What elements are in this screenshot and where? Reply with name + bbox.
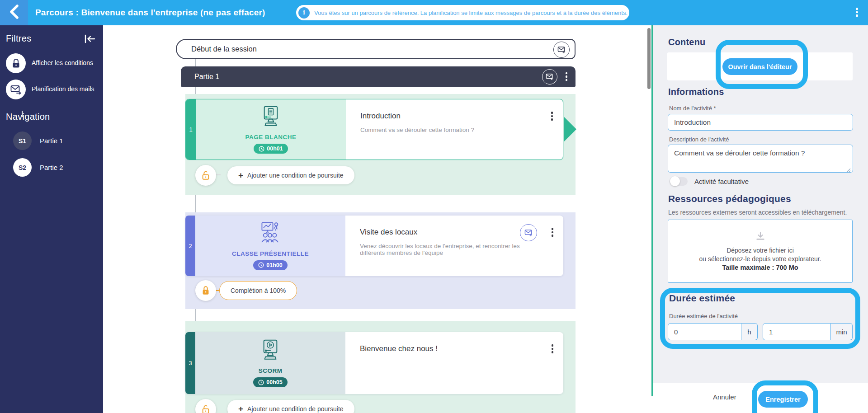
info-circle-icon: i [298, 7, 310, 19]
activity-type-label: CLASSE PRÉSENTIELLE [232, 250, 309, 257]
monitor-document-icon [258, 105, 284, 131]
dropzone-text: ou sélectionnez-le depuis votre explorat… [699, 255, 821, 263]
selected-activity-arrow [564, 117, 576, 141]
minutes-unit-addon: min [831, 323, 853, 340]
lock-condition-icon[interactable] [195, 280, 216, 301]
duration-section-title: Durée estimée [669, 293, 735, 304]
banner-text: Vous êtes sur un parcours de référence. … [314, 9, 627, 16]
cancel-button[interactable]: Annuler [713, 393, 736, 401]
sidebar-item-partie-1[interactable]: S1 Partie 1 [0, 129, 103, 152]
duration-badge: 00h01 [254, 144, 288, 154]
activity-type-label: PAGE BLANCHE [245, 134, 296, 141]
condition-label: Ajouter une condition de poursuite [247, 405, 343, 413]
mail-send-icon [6, 80, 26, 99]
panel-footer: Annuler Enregistrer [653, 383, 868, 413]
filters-title: Filtres [6, 33, 32, 44]
section-header-partie-1[interactable]: Partie 1 [181, 66, 576, 87]
section-title: Partie 1 [181, 73, 219, 81]
page-title: Parcours : Bienvenue dans l'entreprise (… [35, 0, 265, 25]
plus-icon: + [238, 404, 243, 413]
activity-properties-panel: Contenu Ouvrir dans l'éditeur Informatio… [653, 25, 868, 413]
activity-description-label: Description de l'activité [669, 136, 729, 143]
duration-badge: 01h00 [253, 260, 287, 270]
collapse-sidebar-icon[interactable] [84, 34, 96, 44]
save-button[interactable]: Enregistrer [758, 391, 808, 408]
mail-plus-icon[interactable] [553, 42, 570, 58]
topbar-kebab-menu[interactable] [856, 8, 858, 17]
canvas-panel-divider [651, 25, 653, 396]
activity-kebab-menu[interactable] [552, 228, 554, 237]
section-label: Partie 1 [40, 137, 63, 145]
sidebar-item-partie-2[interactable]: S2 Partie 2 [0, 156, 103, 179]
sidebar: Filtres Afficher les conditions Planific… [0, 25, 103, 413]
download-arrow-icon [755, 232, 765, 243]
filter-mail-scheduling[interactable]: Planification des mails [0, 76, 103, 103]
course-canvas: Début de la session Partie 1 1 [103, 25, 653, 413]
resources-subtitle: Les ressources externes seront accessibl… [668, 209, 847, 216]
section-badge: S1 [13, 131, 32, 150]
add-condition-button[interactable]: + Ajouter une condition de poursuite [227, 166, 354, 184]
add-condition-button[interactable]: + Ajouter une condition de poursuite [227, 400, 354, 413]
condition-label: Complétion à 100% [231, 287, 286, 294]
activity-description: Venez découvrir les locaux de l'entrepri… [360, 243, 536, 256]
optional-activity-toggle[interactable] [670, 177, 688, 186]
nav-connector-line [22, 111, 23, 117]
activity-name-input[interactable] [668, 114, 853, 131]
canvas-scrollbar[interactable] [647, 28, 651, 89]
activity-kebab-menu[interactable] [551, 112, 553, 121]
activity-title: Visite des locaux [360, 228, 536, 237]
clock-icon [259, 146, 264, 152]
filter-show-conditions[interactable]: Afficher les conditions [0, 50, 103, 76]
reference-course-banner: i Vous êtes sur un parcours de référence… [296, 5, 629, 20]
hours-unit-addon: h [741, 323, 758, 340]
optional-activity-label: Activité facultative [694, 178, 749, 185]
filter-label: Planification des mails [32, 85, 94, 94]
monitor-play-icon [257, 339, 283, 364]
dropzone-text: Déposez votre fichier ici [726, 247, 794, 254]
duration-field-label: Durée estimée de l'activité [669, 313, 738, 319]
mail-plus-icon[interactable] [520, 224, 537, 241]
content-section-title: Contenu [668, 37, 706, 47]
open-editor-button[interactable]: Ouvrir dans l'éditeur [722, 58, 797, 75]
completion-condition-chip[interactable]: Complétion à 100% [219, 281, 297, 300]
condition-label: Ajouter une condition de poursuite [247, 172, 343, 179]
section-badge: S2 [13, 158, 32, 177]
plus-icon: + [238, 170, 243, 180]
duration-minutes-input[interactable] [763, 323, 831, 340]
activity-title: Bienvenue chez nous ! [360, 344, 536, 353]
topbar: Parcours : Bienvenue dans l'entreprise (… [0, 0, 868, 25]
activity-number: 3 [185, 332, 195, 394]
session-start-header[interactable]: Début de la session [176, 39, 576, 59]
activity-card-introduction[interactable]: 1 PAGE BLANCHE 00h01 Introduction Commen… [185, 99, 563, 160]
activity-title: Introduction [360, 112, 536, 121]
duration-hours-input[interactable] [668, 323, 741, 340]
session-start-label: Début de la session [177, 45, 257, 53]
duration-badge: 00h05 [253, 377, 287, 387]
activity-number: 2 [185, 216, 195, 276]
mail-plus-icon[interactable] [542, 69, 557, 84]
section-kebab-menu[interactable] [566, 72, 568, 81]
filter-label: Afficher les conditions [32, 59, 93, 67]
unlock-condition-icon[interactable] [195, 165, 216, 186]
activity-description: Comment va se dérouler cette formation ? [360, 127, 536, 133]
dropzone-max-size: Taille maximale : 700 Mo [722, 264, 798, 271]
navigation-title: Navigation [0, 103, 103, 129]
section-label: Partie 2 [40, 164, 63, 171]
clock-icon [258, 380, 264, 385]
clock-icon [258, 262, 264, 268]
course-builder-app: Parcours : Bienvenue dans l'entreprise (… [0, 0, 868, 413]
file-dropzone[interactable]: Déposez votre fichier ici ou sélectionne… [668, 220, 853, 283]
lock-icon [6, 53, 26, 73]
chevron-left-icon [9, 4, 19, 21]
activity-name-label: Nom de l'activité * [669, 105, 716, 112]
classroom-people-icon [257, 222, 284, 247]
activity-type-label: SCORM [259, 367, 283, 374]
informations-section-title: Informations [668, 87, 724, 97]
activity-number: 1 [186, 99, 196, 160]
activity-card-bienvenue-chez-nous[interactable]: 3 SCORM 00h05 Bienvenue chez nous ! [185, 332, 563, 394]
activity-description-textarea[interactable]: Comment va se dérouler cette formation ? [668, 145, 853, 173]
activity-kebab-menu[interactable] [552, 344, 554, 353]
resources-section-title: Ressources pédagogiques [668, 193, 791, 204]
back-button[interactable] [0, 0, 28, 25]
activity-card-visite-des-locaux[interactable]: 2 CLASSE PRÉSENTIELLE 01h00 Visite des l… [185, 216, 563, 276]
